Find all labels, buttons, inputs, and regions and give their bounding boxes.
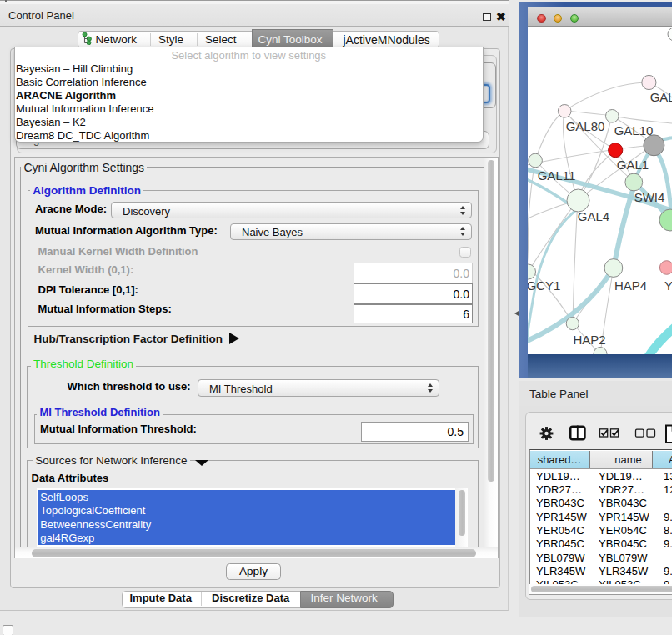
svg-text:GAL4: GAL4 (578, 209, 609, 223)
svg-text:SWI4: SWI4 (634, 190, 665, 204)
svg-text:GAL1: GAL1 (617, 158, 649, 172)
svg-text:GAL10: GAL10 (614, 123, 654, 138)
svg-text:GCY1: GCY1 (528, 278, 560, 292)
svg-text:GAL11: GAL11 (538, 168, 576, 182)
svg-text:YD: YD (664, 278, 672, 292)
svg-text:HAP4: HAP4 (614, 278, 647, 292)
svg-text:HAP2: HAP2 (573, 332, 605, 347)
svg-text:GAL7: GAL7 (650, 90, 672, 104)
svg-text:GAL80: GAL80 (566, 119, 605, 133)
